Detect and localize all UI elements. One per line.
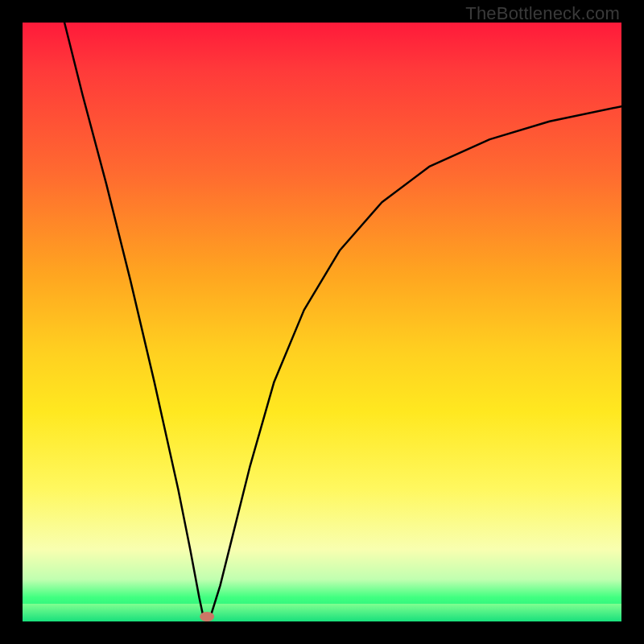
curve-right-branch — [211, 106, 621, 614]
plot-area — [23, 23, 621, 621]
optimal-point-marker — [200, 612, 214, 621]
chart-frame: TheBottleneck.com — [0, 0, 644, 644]
watermark-text: TheBottleneck.com — [465, 3, 620, 24]
bottleneck-curve — [23, 23, 621, 621]
curve-left-branch — [64, 23, 204, 617]
